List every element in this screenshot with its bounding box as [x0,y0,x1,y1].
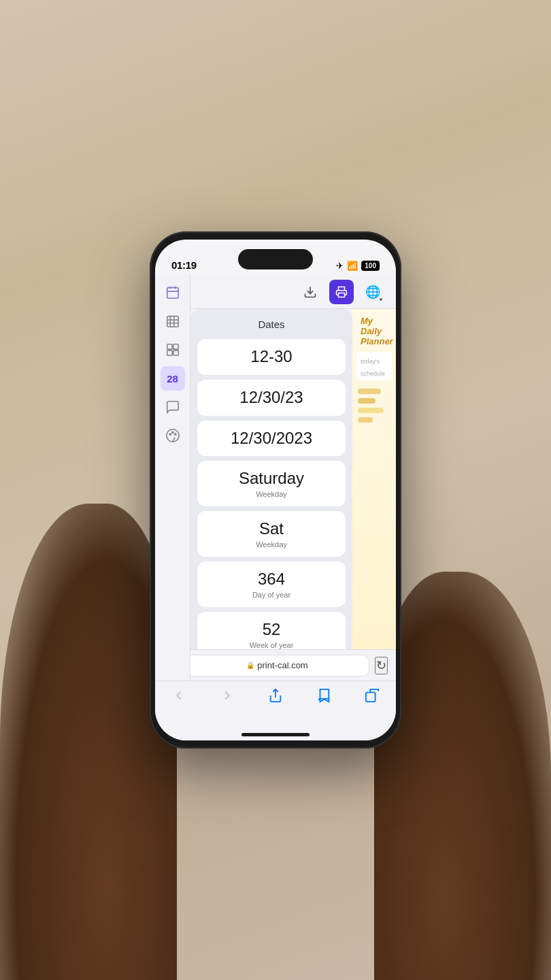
cal-line-2 [358,398,375,404]
svg-rect-12 [173,350,178,355]
weekday-short-sublabel: Weekday [256,540,287,549]
share-button[interactable] [258,688,293,703]
bottom-bar [155,681,396,740]
day-of-year-item[interactable]: 364 Day of year [197,561,346,607]
cal-line-4 [358,417,373,423]
wifi-icon: 📶 [347,261,358,271]
calendar-title: My Daily Planner [352,309,396,349]
calendar-preview: My Daily Planner today's schedule 🌿 [352,309,396,681]
home-indicator [241,733,310,736]
status-icons: ✈ 📶 100 [336,261,380,271]
badge-28-label: 28 [167,373,178,385]
lock-icon: 🔒 [246,662,254,669]
content-area: Dates 12-30 12/30/23 12/30/2023 Saturday… [190,309,396,681]
toolbar-row: 🌐 ▼ [190,275,396,309]
svg-rect-0 [167,288,178,299]
url-text: print-cal.com [257,660,307,670]
svg-rect-20 [365,692,375,702]
cal-line-1 [358,389,381,394]
week-of-year-value: 52 [263,620,281,640]
dynamic-island [238,249,313,270]
sidebar-nav: 28 [155,275,190,681]
status-time: 01:19 [171,259,197,271]
weekday-short-value: Sat [259,519,284,539]
phone-shell: 01:19 ✈ 📶 100 [150,231,401,749]
url-pill[interactable]: 🔒 print-cal.com [185,655,369,676]
chevron-down-icon: ▼ [378,297,384,303]
battery-indicator: 100 [361,261,380,271]
forward-button[interactable] [210,688,244,703]
weekday-full-item[interactable]: Saturday Weekday [197,461,346,506]
cal-line-3 [358,408,384,413]
print-button[interactable] [329,280,354,304]
date-long-value: 12/30/2023 [231,429,312,448]
dates-dropdown-panel: Dates 12-30 12/30/23 12/30/2023 Saturday… [190,309,352,681]
sidebar-calendar-icon[interactable] [161,280,185,305]
svg-rect-11 [167,350,171,355]
svg-point-14 [169,434,171,435]
date-short-value: 12/30/23 [239,388,303,408]
week-of-year-sublabel: Week of year [250,641,294,649]
day-of-year-sublabel: Day of year [252,591,290,599]
download-button[interactable] [298,280,322,304]
weekday-full-value: Saturday [239,469,304,489]
svg-rect-4 [167,316,178,327]
plane-icon: ✈ [336,261,344,271]
schedule-label: today's schedule [361,358,385,377]
sidebar-badge-28[interactable]: 28 [161,366,185,391]
day-of-year-value: 364 [258,570,285,589]
back-button[interactable] [162,688,196,703]
date-dash-value: 12-30 [250,347,292,367]
address-bar: 大小 🔒 print-cal.com ↻ [155,649,396,681]
weekday-full-sublabel: Weekday [256,490,287,498]
date-dash-item[interactable]: 12-30 [197,339,346,375]
svg-point-16 [174,434,176,435]
svg-rect-9 [167,344,171,349]
bookmarks-button[interactable] [307,688,341,703]
tabs-button[interactable] [355,688,389,703]
dropdown-header: Dates [197,316,346,334]
calendar-lines [352,383,396,432]
profile-button[interactable]: 🌐 ▼ [361,280,385,304]
svg-point-15 [171,431,173,433]
sidebar-grid-calendar-icon[interactable] [161,309,185,333]
phone-screen: 01:19 ✈ 📶 100 [155,240,396,740]
sidebar-layout-icon[interactable] [161,338,185,362]
svg-rect-10 [173,344,178,349]
reload-button[interactable]: ↻ [375,657,388,674]
svg-rect-18 [339,293,345,297]
weekday-short-item[interactable]: Sat Weekday [197,511,346,557]
date-long-item[interactable]: 12/30/2023 [197,421,346,457]
date-short-item[interactable]: 12/30/23 [197,380,346,416]
sidebar-palette-icon[interactable] [161,423,185,448]
sidebar-quote-icon[interactable] [161,395,185,419]
